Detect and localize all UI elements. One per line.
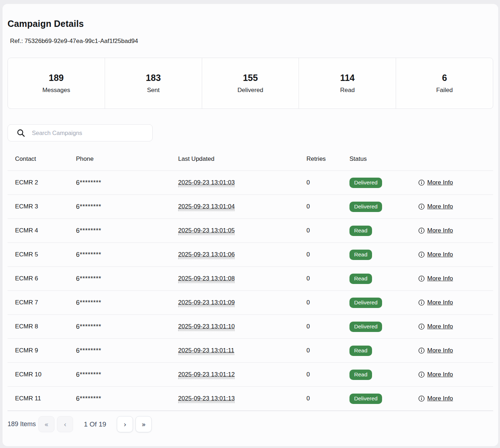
retries-cell: 0: [306, 299, 349, 306]
phone-cell: 6********: [76, 323, 178, 331]
table-row: ECMR 26********2025-09-23 13:01:030Deliv…: [8, 170, 493, 194]
last-updated-link[interactable]: 2025-09-23 13:01:03: [178, 179, 235, 187]
contact-cell: ECMR 7: [15, 299, 76, 306]
search-box[interactable]: [8, 124, 153, 141]
more-info-link[interactable]: More Info: [427, 371, 453, 378]
column-header-last-updated: Last Updated: [178, 155, 306, 163]
stat-value: 155: [243, 73, 258, 83]
column-header-status: Status: [349, 155, 418, 163]
stat-label: Delivered: [238, 87, 263, 94]
column-header-retries: Retries: [306, 155, 349, 163]
status-badge: Read: [349, 346, 372, 356]
column-header-contact: Contact: [15, 155, 76, 163]
phone-cell: 6********: [76, 179, 178, 187]
retries-cell: 0: [306, 347, 349, 354]
campaign-reference: Ref.: 75326b69-92e9-47ea-99c1-Aaf1f25bad…: [8, 38, 493, 45]
table-row: ECMR 96********2025-09-23 13:01:110ReadM…: [8, 338, 493, 362]
more-info-link[interactable]: More Info: [427, 395, 453, 402]
last-updated-link[interactable]: 2025-09-23 13:01:13: [178, 395, 235, 403]
campaign-details-card: Campaign Details Ref.: 75326b69-92e9-47e…: [3, 4, 498, 446]
retries-cell: 0: [306, 179, 349, 186]
table-row: ECMR 36********2025-09-23 13:01:040Deliv…: [8, 194, 493, 218]
last-page-button[interactable]: »: [135, 416, 152, 432]
stat-label: Read: [340, 87, 355, 94]
contact-cell: ECMR 8: [15, 323, 76, 330]
stat-value: 114: [340, 73, 354, 83]
table-header-row: Contact Phone Last Updated Retries Statu…: [8, 148, 493, 170]
search-input[interactable]: [31, 129, 147, 137]
more-info-link[interactable]: More Info: [427, 299, 453, 306]
phone-cell: 6********: [76, 275, 178, 283]
retries-cell: 0: [306, 275, 349, 282]
more-info-link[interactable]: More Info: [427, 227, 453, 234]
contact-cell: ECMR 6: [15, 275, 76, 282]
retries-cell: 0: [306, 203, 349, 210]
search-icon: [17, 129, 25, 137]
stat-card: 189Messages: [8, 58, 105, 109]
last-updated-link[interactable]: 2025-09-23 13:01:06: [178, 251, 235, 259]
double-chevron-left-icon: «: [44, 420, 49, 428]
last-updated-link[interactable]: 2025-09-23 13:01:10: [178, 323, 235, 331]
more-info-link[interactable]: More Info: [427, 323, 453, 330]
more-info-link[interactable]: More Info: [427, 275, 453, 282]
phone-cell: 6********: [76, 347, 178, 355]
stat-card: 183Sent: [105, 58, 202, 109]
table-row: ECMR 106********2025-09-23 13:01:120Read…: [8, 362, 493, 386]
table-row: ECMR 116********2025-09-23 13:01:130Deli…: [8, 386, 493, 410]
first-page-button[interactable]: «: [38, 416, 54, 432]
last-updated-link[interactable]: 2025-09-23 13:01:11: [178, 347, 234, 355]
stat-value: 6: [442, 73, 447, 83]
stats-bar: 189Messages183Sent155Delivered114Read6Fa…: [8, 58, 493, 109]
status-badge: Delivered: [349, 178, 382, 188]
table-body: ECMR 26********2025-09-23 13:01:030Deliv…: [8, 170, 493, 410]
status-badge: Read: [349, 250, 372, 260]
table-row: ECMR 76********2025-09-23 13:01:090Deliv…: [8, 290, 493, 314]
chevron-left-icon: ‹: [64, 420, 67, 428]
info-icon: [418, 251, 425, 258]
status-badge: Delivered: [349, 394, 382, 404]
status-badge: Read: [349, 370, 372, 380]
page-indicator: 1 Of 19: [84, 420, 106, 428]
info-icon: [418, 395, 425, 402]
table-row: ECMR 46********2025-09-23 13:01:050ReadM…: [8, 218, 493, 242]
more-info-link[interactable]: More Info: [427, 347, 453, 354]
stat-value: 189: [49, 73, 64, 83]
last-updated-link[interactable]: 2025-09-23 13:01:09: [178, 299, 235, 307]
contact-cell: ECMR 5: [15, 251, 76, 258]
info-icon: [418, 371, 425, 378]
next-page-button[interactable]: ›: [117, 416, 133, 432]
previous-page-button[interactable]: ‹: [57, 416, 73, 432]
info-icon: [418, 299, 425, 306]
last-updated-link[interactable]: 2025-09-23 13:01:12: [178, 371, 235, 379]
status-badge: Delivered: [349, 202, 382, 212]
retries-cell: 0: [306, 323, 349, 330]
stat-label: Messages: [42, 87, 70, 94]
stat-label: Failed: [436, 87, 453, 94]
contact-cell: ECMR 2: [15, 179, 76, 186]
double-chevron-right-icon: »: [142, 420, 146, 428]
campaign-table: Contact Phone Last Updated Retries Statu…: [8, 148, 493, 411]
page-title: Campaign Details: [8, 19, 493, 29]
retries-cell: 0: [306, 371, 349, 378]
info-icon: [418, 347, 425, 354]
status-badge: Delivered: [349, 298, 382, 308]
more-info-link[interactable]: More Info: [427, 203, 453, 210]
phone-cell: 6********: [76, 395, 178, 403]
more-info-link[interactable]: More Info: [427, 251, 453, 258]
stat-card: 114Read: [299, 58, 396, 109]
info-icon: [418, 203, 425, 210]
status-badge: Read: [349, 274, 372, 284]
last-updated-link[interactable]: 2025-09-23 13:01:08: [178, 275, 235, 283]
contact-cell: ECMR 11: [15, 395, 76, 402]
table-row: ECMR 86********2025-09-23 13:01:100Deliv…: [8, 314, 493, 338]
status-badge: Delivered: [349, 322, 382, 332]
contact-cell: ECMR 9: [15, 347, 76, 354]
retries-cell: 0: [306, 227, 349, 234]
phone-cell: 6********: [76, 251, 178, 259]
contact-cell: ECMR 3: [15, 203, 76, 210]
retries-cell: 0: [306, 395, 349, 402]
last-updated-link[interactable]: 2025-09-23 13:01:05: [178, 227, 235, 235]
chevron-right-icon: ›: [124, 420, 127, 428]
last-updated-link[interactable]: 2025-09-23 13:01:04: [178, 203, 235, 211]
more-info-link[interactable]: More Info: [427, 179, 453, 186]
